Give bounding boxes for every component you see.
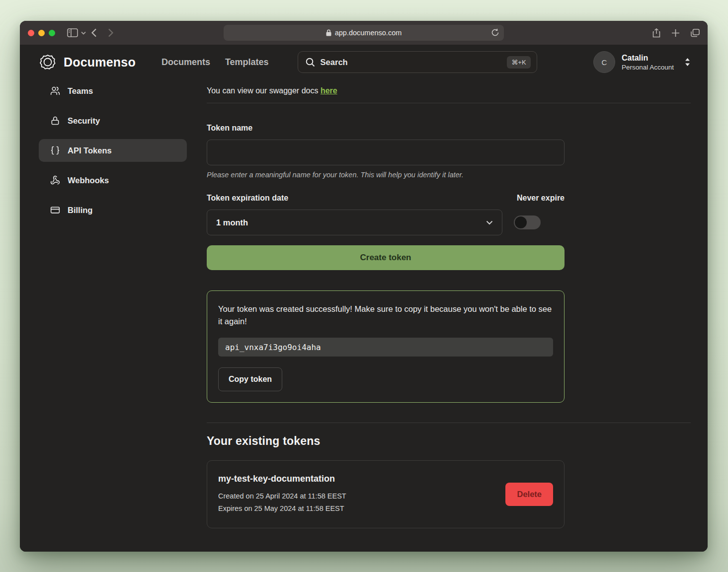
sidebar-item-label: Webhooks — [68, 176, 109, 185]
account-menu[interactable]: C Catalin Personal Account — [593, 51, 691, 73]
search-icon — [306, 58, 315, 67]
search-shortcut-badge: ⌘+K — [507, 56, 530, 69]
token-name-input[interactable] — [207, 140, 565, 165]
search-input[interactable]: Search ⌘+K — [298, 51, 537, 73]
sidebar-item-label: API Tokens — [68, 146, 112, 155]
expiration-selected-value: 1 month — [216, 218, 248, 227]
minimize-button[interactable] — [38, 30, 45, 36]
create-token-button[interactable]: Create token — [207, 245, 565, 270]
close-button[interactable] — [28, 30, 34, 36]
reload-icon[interactable] — [491, 28, 499, 37]
chrome-actions — [652, 28, 700, 38]
existing-tokens-heading: Your existing tokens — [207, 434, 691, 448]
never-expire-label: Never expire — [517, 194, 565, 203]
nav-templates[interactable]: Templates — [225, 57, 269, 68]
token-created-message: Your token was created successfully! Mak… — [218, 303, 553, 328]
expiration-label: Token expiration date — [207, 194, 288, 203]
chevrons-up-down-icon — [684, 58, 691, 67]
webhook-icon — [50, 175, 61, 185]
create-token-form: Token name Please enter a meaningful nam… — [207, 124, 565, 403]
documenso-app: Documenso Documents Templates Search ⌘+K… — [20, 45, 708, 552]
sidebar-item-webhooks[interactable]: Webhooks — [39, 169, 187, 192]
browser-window: app.documenso.com — [20, 21, 708, 552]
new-tab-icon[interactable] — [671, 29, 680, 37]
brand[interactable]: Documenso — [39, 53, 136, 71]
sidebar-item-api-tokens[interactable]: API Tokens — [39, 139, 187, 162]
divider — [207, 423, 691, 423]
swagger-docs-link[interactable]: here — [321, 86, 337, 95]
token-name-help: Please enter a meaningful name for your … — [207, 171, 565, 179]
token-card-dates: Created on 25 April 2024 at 11:58 EEST E… — [218, 490, 346, 515]
toggle-knob — [515, 216, 527, 228]
back-button[interactable] — [91, 28, 97, 37]
delete-token-button[interactable]: Delete — [505, 483, 553, 506]
sidebar-menu-chevron-icon[interactable] — [81, 31, 86, 35]
token-value: api_vnxa7i3go9oi4aha — [218, 338, 553, 357]
avatar: C — [593, 51, 615, 73]
forward-button[interactable] — [108, 28, 114, 37]
url-text: app.documenso.com — [335, 29, 402, 37]
swagger-docs-text: You can view our swagger docs here — [207, 86, 691, 95]
settings-sidebar: Teams Security API Tokens — [39, 79, 187, 552]
search-placeholder: Search — [321, 58, 348, 67]
lock-icon — [50, 116, 61, 126]
token-created-alert: Your token was created successfully! Mak… — [207, 290, 565, 403]
tls-lock-icon — [326, 29, 331, 36]
app-body: Teams Security API Tokens — [20, 79, 708, 552]
token-expires-date: Expires on 25 May 2024 at 11:58 EEST — [218, 502, 346, 515]
share-icon[interactable] — [652, 28, 660, 38]
nav-documents[interactable]: Documents — [162, 57, 210, 68]
browser-chrome: app.documenso.com — [20, 21, 708, 45]
zoom-button[interactable] — [49, 30, 55, 36]
sidebar-item-label: Teams — [68, 86, 93, 96]
never-expire-toggle[interactable] — [514, 215, 541, 229]
address-bar[interactable]: app.documenso.com — [224, 25, 504, 41]
credit-card-icon — [50, 205, 61, 215]
token-card-name: my-test-key-documentation — [218, 474, 346, 484]
swagger-docs-sentence: You can view our swagger docs — [207, 86, 321, 95]
token-expiration-select[interactable]: 1 month — [207, 210, 502, 235]
sidebar-toggle-icon[interactable] — [67, 28, 78, 37]
token-name-label: Token name — [207, 124, 565, 133]
tab-overview-icon[interactable] — [691, 29, 700, 37]
users-icon — [50, 86, 61, 96]
token-card-info: my-test-key-documentation Created on 25 … — [218, 474, 346, 515]
account-name: Catalin — [622, 53, 674, 63]
sidebar-item-security[interactable]: Security — [39, 109, 187, 132]
sidebar-item-label: Security — [68, 116, 100, 126]
sidebar-item-label: Billing — [68, 206, 92, 215]
expiration-controls-row: 1 month — [207, 210, 565, 235]
api-tokens-panel: You can view our swagger docs here Token… — [207, 79, 691, 552]
brand-name: Documenso — [64, 55, 136, 70]
expiration-labels-row: Token expiration date Never expire — [207, 194, 565, 203]
token-card: my-test-key-documentation Created on 25 … — [207, 460, 565, 528]
token-created-date: Created on 25 April 2024 at 11:58 EEST — [218, 490, 346, 502]
divider — [207, 103, 691, 103]
primary-nav: Documents Templates — [162, 57, 269, 68]
account-type: Personal Account — [622, 63, 674, 72]
chevron-down-icon — [486, 220, 493, 225]
braces-icon — [50, 145, 61, 155]
window-controls — [28, 30, 55, 36]
app-header: Documenso Documents Templates Search ⌘+K… — [20, 45, 708, 79]
sidebar-item-teams[interactable]: Teams — [39, 79, 187, 102]
sidebar-item-billing[interactable]: Billing — [39, 199, 187, 221]
copy-token-button[interactable]: Copy token — [218, 367, 282, 391]
documenso-logo-icon — [39, 53, 57, 71]
